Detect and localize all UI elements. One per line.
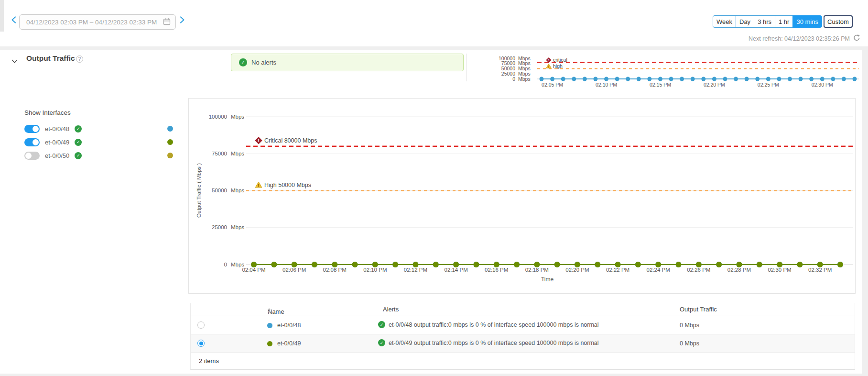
table-header: Name Alerts Output Traffic <box>191 303 855 316</box>
vertical-divider <box>466 54 467 81</box>
range-button-day[interactable]: Day <box>736 15 754 28</box>
row-radio-et-0-0-48[interactable] <box>197 321 205 329</box>
svg-text:50000: 50000 <box>212 188 227 193</box>
toggle-knob <box>33 139 39 145</box>
date-range-input[interactable]: 04/12/2023 02:03 PM – 04/12/2023 02:33 P… <box>19 14 176 30</box>
interface-ok-icon <box>75 125 82 133</box>
svg-text:02:10 PM: 02:10 PM <box>363 267 387 273</box>
series-color-dot <box>167 126 173 132</box>
svg-text:Mbps: Mbps <box>231 188 244 193</box>
row-radio-et-0-0-49[interactable] <box>197 340 205 347</box>
svg-text:100000: 100000 <box>209 114 227 120</box>
svg-text:02:32 PM: 02:32 PM <box>808 267 832 273</box>
collapse-section-icon[interactable] <box>11 57 18 66</box>
svg-text:High 50000 Mbps: High 50000 Mbps <box>264 182 311 188</box>
interface-ok-icon <box>75 139 82 146</box>
output-traffic-panel: Output Traffic No alerts 100000Mbps75000… <box>0 50 862 374</box>
sort-icon[interactable] <box>268 308 271 313</box>
toggle-knob <box>25 153 32 159</box>
table-row-et-0-0-49: et-0/0/49 et-0/0/49 output traffic:0 mbp… <box>191 334 855 353</box>
svg-text:02:20 PM: 02:20 PM <box>565 267 589 273</box>
row-alert: et-0/0/49 output traffic:0 mbps is 0 % o… <box>378 339 599 346</box>
row-alert: et-0/0/48 output traffic:0 mbps is 0 % o… <box>378 321 599 328</box>
svg-text:Mbps: Mbps <box>231 224 244 230</box>
svg-text:02:15 PM: 02:15 PM <box>650 82 671 88</box>
svg-text:02:04 PM: 02:04 PM <box>242 267 265 273</box>
column-header-output-traffic: Output Traffic <box>680 306 717 313</box>
alert-ok-icon <box>378 321 385 328</box>
svg-text:02:18 PM: 02:18 PM <box>525 267 549 273</box>
range-button-30mins[interactable]: 30 mins <box>792 15 822 28</box>
output-traffic-chart: 100000Mbps75000Mbps50000Mbps25000Mbps0Mb… <box>189 99 855 293</box>
next-range-icon[interactable] <box>180 16 184 25</box>
svg-text:02:16 PM: 02:16 PM <box>485 267 508 273</box>
interface-row-et-0-0-48: et-0/0/48 <box>24 122 82 135</box>
svg-text:high: high <box>553 63 563 69</box>
svg-text:02:30 PM: 02:30 PM <box>812 82 833 88</box>
alert-ok-icon <box>378 339 385 346</box>
table-row-et-0-0-48: et-0/0/48 et-0/0/48 output traffic:0 mbp… <box>191 316 855 334</box>
svg-text:02:24 PM: 02:24 PM <box>647 267 670 273</box>
svg-text:02:10 PM: 02:10 PM <box>596 82 617 88</box>
svg-text:!: ! <box>548 65 549 68</box>
row-name: et-0/0/48 <box>277 322 301 329</box>
row-name: et-0/0/49 <box>277 340 301 347</box>
interfaces-table: Name Alerts Output Traffic et-0/0/48 et-… <box>190 303 855 370</box>
table-footer: 2 items <box>191 352 855 369</box>
alert-text: et-0/0/49 output traffic:0 mbps is 0 % o… <box>389 340 599 346</box>
svg-text:0: 0 <box>224 262 227 267</box>
svg-text:!: ! <box>548 58 549 62</box>
interface-row-et-0-0-49: et-0/0/49 <box>24 135 82 149</box>
interface-name: et-0/0/49 <box>45 139 69 146</box>
svg-text:critical: critical <box>553 57 567 63</box>
row-output-traffic: 0 Mbps <box>680 340 699 347</box>
show-interfaces-label: Show Interfaces <box>24 109 71 116</box>
column-header-alerts: Alerts <box>383 306 399 313</box>
prev-range-icon[interactable] <box>11 16 16 25</box>
svg-text:Output Traffic ( Mbps ): Output Traffic ( Mbps ) <box>196 163 202 218</box>
svg-text:Mbps: Mbps <box>231 151 244 156</box>
dashboard-screen: 04/12/2023 02:03 PM – 04/12/2023 02:33 P… <box>0 0 868 376</box>
overview-timeline-chart: 100000Mbps75000Mbps50000Mbps25000Mbps0Mb… <box>488 53 862 91</box>
interface-toggle-et-0-0-50[interactable] <box>24 152 40 160</box>
series-color-dot <box>267 341 272 346</box>
range-button-3hrs[interactable]: 3 hrs <box>754 15 775 28</box>
calendar-icon[interactable] <box>163 18 171 27</box>
help-icon[interactable] <box>76 55 83 63</box>
range-button-1hr[interactable]: 1 hr <box>775 15 793 28</box>
refresh-icon[interactable] <box>853 34 860 43</box>
topbar: 04/12/2023 02:03 PM – 04/12/2023 02:33 P… <box>0 0 868 46</box>
svg-text:!: ! <box>258 138 259 143</box>
custom-range-button[interactable]: Custom <box>824 15 853 28</box>
series-color-dot <box>167 153 173 158</box>
svg-text:02:06 PM: 02:06 PM <box>282 267 306 273</box>
time-range-buttons: Week Day 3 hrs 1 hr 30 mins <box>713 15 822 28</box>
next-refresh-text: Next refresh: 04/12/2023 02:35:26 PM <box>749 35 850 42</box>
svg-text:25000: 25000 <box>212 224 227 230</box>
svg-text:02:20 PM: 02:20 PM <box>704 82 725 88</box>
alert-text: et-0/0/48 output traffic:0 mbps is 0 % o… <box>389 321 599 328</box>
interface-name: et-0/0/50 <box>45 152 69 159</box>
window-edge <box>0 0 4 32</box>
range-button-week[interactable]: Week <box>713 15 736 28</box>
svg-text:02:30 PM: 02:30 PM <box>768 267 791 273</box>
svg-text:02:22 PM: 02:22 PM <box>606 267 629 273</box>
svg-text:Critical 80000 Mbps: Critical 80000 Mbps <box>264 137 317 144</box>
svg-text:Mbps: Mbps <box>231 262 244 267</box>
row-output-traffic: 0 Mbps <box>680 322 699 329</box>
interface-toggle-et-0-0-49[interactable] <box>24 138 40 146</box>
series-color-dot <box>267 323 272 328</box>
svg-text:75000: 75000 <box>212 151 227 156</box>
svg-text:02:05 PM: 02:05 PM <box>542 82 563 88</box>
interface-toggle-et-0-0-48[interactable] <box>24 125 40 133</box>
svg-text:0: 0 <box>512 76 515 82</box>
svg-text:Mbps: Mbps <box>231 114 244 120</box>
main-chart-container: 100000Mbps75000Mbps50000Mbps25000Mbps0Mb… <box>188 98 856 294</box>
no-alerts-text: No alerts <box>251 59 276 66</box>
svg-text:02:08 PM: 02:08 PM <box>323 267 347 273</box>
svg-text:Time: Time <box>541 276 554 283</box>
toggle-knob <box>33 126 39 132</box>
next-refresh: Next refresh: 04/12/2023 02:35:26 PM <box>749 34 860 43</box>
svg-text:Mbps: Mbps <box>518 76 531 82</box>
svg-text:02:12 PM: 02:12 PM <box>404 267 427 273</box>
